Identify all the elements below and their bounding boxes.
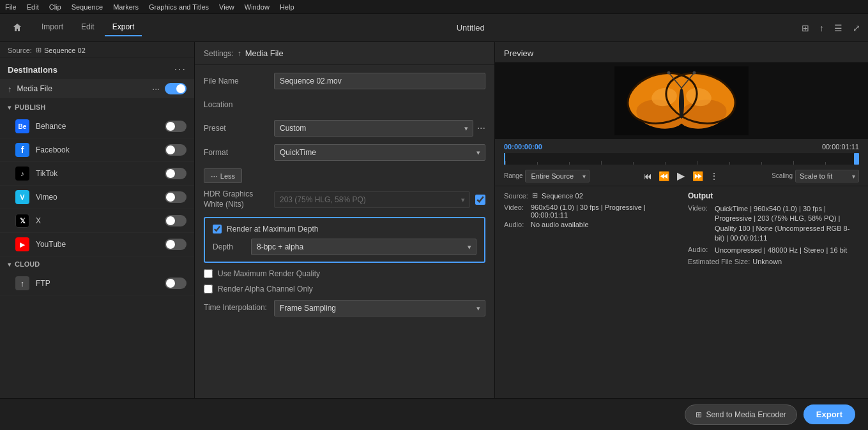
x-label: X bbox=[36, 216, 165, 225]
tab-import[interactable]: Import bbox=[34, 19, 71, 36]
est-size-label: Estimated File Size: bbox=[688, 258, 750, 265]
location-row: Location bbox=[204, 97, 485, 112]
time-interpolation-select[interactable]: Frame Sampling Frame Blending Optical Fl… bbox=[274, 300, 485, 316]
vimeo-toggle[interactable] bbox=[165, 191, 187, 203]
x-icon: 𝕏 bbox=[15, 214, 29, 228]
depth-select[interactable]: 8-bpc + alpha 8-bpc 16-bpc 32-bpc bbox=[251, 239, 476, 255]
ftp-toggle[interactable] bbox=[165, 278, 187, 289]
destinations-title: Destinations bbox=[8, 65, 57, 75]
tiktok-toggle[interactable] bbox=[165, 168, 187, 179]
tab-bar-left: Import Edit Export bbox=[5, 19, 142, 37]
source-info-label: Source: bbox=[504, 192, 528, 200]
menu-clip[interactable]: Clip bbox=[49, 3, 61, 11]
publish-chevron: ▾ bbox=[8, 104, 11, 111]
tiktok-label: TikTok bbox=[36, 169, 165, 178]
more-controls-button[interactable]: ⋮ bbox=[707, 170, 721, 182]
preset-menu-button[interactable]: ··· bbox=[477, 122, 485, 134]
menu-sequence[interactable]: Sequence bbox=[72, 3, 103, 11]
tab-home[interactable] bbox=[5, 19, 31, 37]
render-alpha-row: Render Alpha Channel Only bbox=[204, 285, 485, 293]
scaling-select[interactable]: Scale to fit Scale to fill Stretch to fi… bbox=[795, 170, 859, 182]
media-file-toggle[interactable] bbox=[165, 83, 187, 94]
destinations-menu-button[interactable]: ··· bbox=[174, 64, 187, 75]
svg-point-12 bbox=[667, 71, 671, 75]
menu-window[interactable]: Window bbox=[245, 3, 270, 11]
media-file-row[interactable]: ↑ Media File ··· bbox=[0, 79, 194, 98]
behance-toggle[interactable] bbox=[165, 121, 187, 132]
output-title: Output bbox=[688, 191, 859, 200]
frame-forward-button[interactable]: ⏩ bbox=[690, 170, 706, 182]
range-select[interactable]: Entire Source Work Area In/Out bbox=[525, 170, 590, 182]
butterfly-preview bbox=[614, 66, 749, 135]
output-audio-row: Audio: Uncompressed | 48000 Hz | Stereo … bbox=[688, 246, 859, 255]
menu-view[interactable]: View bbox=[219, 3, 234, 11]
vimeo-icon: V bbox=[15, 190, 29, 204]
youtube-toggle[interactable] bbox=[165, 239, 187, 250]
file-name-input[interactable] bbox=[274, 73, 485, 89]
depth-row: Depth 8-bpc + alpha 8-bpc 16-bpc 32-bpc bbox=[213, 239, 476, 255]
tab-edit[interactable]: Edit bbox=[73, 19, 102, 36]
range-control: Range Entire Source Work Area In/Out bbox=[504, 170, 590, 182]
preset-label: Preset bbox=[204, 124, 274, 133]
facebook-icon: f bbox=[15, 143, 29, 157]
window-icon[interactable]: ⊞ bbox=[799, 20, 812, 36]
play-button[interactable]: ▶ bbox=[673, 168, 689, 183]
time-start: 00:00:00:00 bbox=[504, 143, 542, 151]
output-column: Output Video: QuickTime | 960x540 (1.0) … bbox=[688, 191, 859, 265]
timeline-track[interactable] bbox=[504, 153, 859, 165]
format-label: Format bbox=[204, 148, 274, 157]
menu-help[interactable]: Help bbox=[280, 3, 294, 11]
export-frame-icon[interactable]: ↑ bbox=[817, 20, 826, 36]
source-column: Source: ⊞ Sequence 02 Video: 960x540 (1.… bbox=[504, 191, 675, 265]
time-interpolation-label: Time Interpolation: bbox=[204, 303, 274, 313]
time-labels: 00:00:00:00 00:00:01:11 bbox=[504, 142, 859, 152]
timeline-end-handle[interactable] bbox=[854, 153, 859, 165]
less-button[interactable]: ··· Less bbox=[204, 168, 242, 183]
settings-header: Settings: ↑ Media File bbox=[195, 42, 494, 65]
settings-form: File Name Location Preset Custom bbox=[195, 65, 494, 324]
settings-icon[interactable]: ☰ bbox=[832, 20, 845, 36]
tab-export[interactable]: Export bbox=[105, 19, 142, 36]
menu-edit[interactable]: Edit bbox=[27, 3, 39, 11]
media-file-menu-button[interactable]: ··· bbox=[152, 84, 160, 94]
output-video-value: QuickTime | 960x540 (1.0) | 30 fps | Pro… bbox=[715, 204, 859, 244]
location-input[interactable] bbox=[274, 97, 485, 112]
location-control bbox=[274, 97, 485, 112]
menu-markers[interactable]: Markers bbox=[113, 3, 139, 11]
menu-file[interactable]: File bbox=[5, 3, 17, 11]
send-to-encoder-button[interactable]: ⊞ Send to Media Encoder bbox=[685, 404, 796, 425]
audio-info-label: Audio: bbox=[504, 221, 528, 228]
scaling-select-wrap: Scale to fit Scale to fill Stretch to fi… bbox=[795, 170, 859, 182]
render-alpha-checkbox[interactable] bbox=[204, 285, 213, 293]
range-label: Range bbox=[504, 172, 522, 179]
highlight-box: Render at Maximum Depth Depth 8-bpc + al… bbox=[204, 217, 485, 263]
frame-back-button[interactable]: ⏪ bbox=[656, 170, 672, 182]
use-max-quality-checkbox[interactable] bbox=[204, 269, 213, 278]
step-back-button[interactable]: ⏮ bbox=[641, 170, 655, 182]
preset-select-wrap: Custom bbox=[274, 120, 473, 137]
dest-item-x: 𝕏 X bbox=[0, 209, 194, 233]
format-select[interactable]: QuickTime H.264 H.265 ProRes bbox=[274, 144, 485, 161]
time-interpolation-row: Time Interpolation: Frame Sampling Frame… bbox=[204, 300, 485, 316]
export-button[interactable]: Export bbox=[803, 404, 855, 424]
source-row: Source: ⊞ Sequence 02 bbox=[0, 42, 194, 57]
source-label: Source: bbox=[8, 47, 32, 54]
expand-icon[interactable]: ⤢ bbox=[850, 20, 863, 36]
estimated-size-row: Estimated File Size: Unknown bbox=[688, 258, 859, 265]
x-toggle[interactable] bbox=[165, 215, 187, 226]
facebook-toggle[interactable] bbox=[165, 144, 187, 156]
vimeo-label: Vimeo bbox=[36, 193, 165, 202]
hdr-select[interactable]: 203 (75% HLG, 58% PQ) bbox=[274, 191, 470, 208]
less-dots-icon: ··· bbox=[211, 171, 218, 181]
audio-info-row: Audio: No audio available bbox=[504, 221, 675, 228]
ftp-label: FTP bbox=[36, 279, 165, 288]
preset-select[interactable]: Custom bbox=[274, 120, 473, 137]
youtube-label: YouTube bbox=[36, 240, 165, 249]
depth-select-wrap: 8-bpc + alpha 8-bpc 16-bpc 32-bpc bbox=[251, 239, 476, 255]
hdr-checkbox[interactable] bbox=[475, 195, 485, 205]
render-alpha-label: Render Alpha Channel Only bbox=[218, 285, 313, 293]
render-max-depth-checkbox[interactable] bbox=[213, 225, 222, 234]
menu-graphics[interactable]: Graphics and Titles bbox=[149, 3, 209, 11]
cloud-chevron: ▾ bbox=[8, 261, 11, 268]
source-header: Source: ⊞ Sequence 02 bbox=[504, 191, 675, 200]
